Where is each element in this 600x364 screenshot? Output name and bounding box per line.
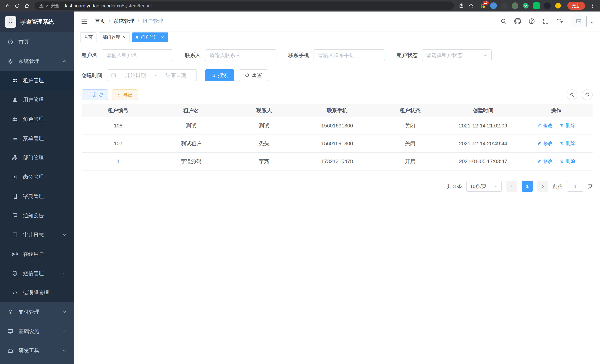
- refresh-table-button[interactable]: [582, 89, 593, 100]
- share-icon[interactable]: [457, 1, 466, 10]
- sidebar-item-notice[interactable]: 通知公告: [0, 206, 74, 225]
- contact-input[interactable]: [205, 52, 276, 58]
- monitor-icon: [7, 328, 13, 334]
- sidebar-item-dict[interactable]: 字典管理: [0, 187, 74, 206]
- contact-label: 联系人: [185, 52, 201, 59]
- search-button[interactable]: 搜索: [205, 69, 234, 81]
- github-icon[interactable]: [514, 18, 521, 25]
- cell-mobile: 17321315478: [300, 152, 374, 170]
- fullscreen-icon[interactable]: [543, 18, 549, 25]
- header-search-icon[interactable]: [500, 18, 507, 25]
- cell-contact: 测试: [228, 117, 300, 135]
- sidebar-item-user[interactable]: 用户管理: [0, 90, 74, 110]
- edit-link[interactable]: 修改: [537, 158, 553, 165]
- profile-avatar-icon[interactable]: [555, 2, 562, 9]
- status-select[interactable]: 请选择租户状态: [422, 49, 492, 61]
- sidebar-item-infra[interactable]: 基础设施: [0, 322, 74, 341]
- sidebar-item-tenant[interactable]: 租户管理: [0, 71, 74, 90]
- chevron-down-icon: [494, 184, 498, 188]
- page-size-select[interactable]: 10条/页: [466, 181, 502, 192]
- back-icon[interactable]: [3, 1, 12, 10]
- yen-icon: ¥: [7, 309, 13, 315]
- browser-home-icon[interactable]: [23, 1, 31, 10]
- tenant-icon: [12, 78, 18, 84]
- toggle-search-icon-button[interactable]: [567, 89, 577, 100]
- mobile-input[interactable]: [314, 52, 384, 58]
- cell-contact: 芋艿: [228, 152, 300, 170]
- tab-tenant[interactable]: 租户管理: [132, 32, 168, 42]
- page-unit-label: 页: [588, 183, 593, 190]
- help-icon[interactable]: [528, 18, 535, 25]
- export-button[interactable]: 导出: [112, 89, 138, 100]
- sidebar-item-sms[interactable]: 短信管理: [0, 264, 74, 283]
- goto-page-input[interactable]: [567, 181, 583, 192]
- dashboard-icon: [7, 39, 13, 45]
- log-form-icon: [12, 232, 18, 238]
- font-size-icon[interactable]: [557, 18, 563, 25]
- date-end-placeholder: 结束日期: [159, 72, 193, 79]
- user-icon: [12, 97, 18, 103]
- extension-icon-navy[interactable]: [544, 2, 551, 9]
- sidebar-item-audit-log[interactable]: 审计日志: [0, 225, 74, 244]
- close-icon[interactable]: [122, 36, 126, 39]
- add-button[interactable]: 新增: [82, 89, 108, 100]
- sidebar-item-dept[interactable]: 部门管理: [0, 148, 74, 167]
- address-bar[interactable]: 不安全 dashboard.yudao.iocoder.cn/system/te…: [35, 1, 454, 10]
- edit-link[interactable]: 修改: [537, 140, 553, 147]
- status-select-placeholder: 请选择租户状态: [426, 52, 462, 59]
- chevron-down-icon: [62, 271, 67, 276]
- pencil-icon: [537, 159, 541, 163]
- not-secure-label: 不安全: [46, 3, 59, 9]
- tab-dept[interactable]: 部门管理: [99, 32, 130, 42]
- page-number-button[interactable]: 1: [522, 181, 533, 192]
- sidebar-item-devtools[interactable]: 研发工具: [0, 341, 74, 360]
- sidebar-item-role[interactable]: 角色管理: [0, 110, 74, 129]
- cell-mobile: 15601691300: [300, 135, 374, 152]
- extension-icon-dark[interactable]: [501, 2, 508, 9]
- delete-link[interactable]: 删除: [560, 158, 575, 165]
- breadcrumb-system[interactable]: 系统管理: [113, 18, 134, 25]
- cell-tenant-id: 107: [82, 135, 155, 152]
- sidebar-item-system[interactable]: 系统管理: [0, 52, 74, 71]
- prev-page-button[interactable]: [506, 181, 517, 192]
- browser-menu-icon[interactable]: [588, 1, 597, 10]
- delete-link[interactable]: 删除: [560, 140, 575, 147]
- reset-button[interactable]: 重置: [239, 69, 268, 81]
- sidebar-toggle-icon[interactable]: [80, 17, 89, 25]
- tab-home[interactable]: 首页: [80, 32, 96, 42]
- sidebar-item-post[interactable]: 岗位管理: [0, 167, 74, 187]
- extension-icon-green-muted[interactable]: [512, 2, 518, 9]
- close-icon[interactable]: [161, 36, 164, 39]
- edit-link[interactable]: 修改: [537, 122, 553, 129]
- extension-icon-blue[interactable]: [490, 2, 497, 9]
- url-host: dashboard.yudao.iocoder.cn: [64, 3, 122, 8]
- cell-created: 2021-12-14 20:49:44: [447, 135, 519, 152]
- bookmark-star-icon[interactable]: [467, 1, 475, 10]
- date-range-picker[interactable]: 开始日期 - 结束日期: [107, 69, 197, 81]
- extension-icon-dots[interactable]: 10: [479, 2, 486, 9]
- reload-icon[interactable]: [13, 1, 21, 10]
- tenant-table: 租户编号 租户名 联系人 联系手机 租户状态 创建时间 操作 108 测试 测试: [82, 104, 593, 170]
- logo[interactable]: 芋道管理系统: [0, 11, 74, 32]
- column-header: 租户状态: [374, 104, 447, 117]
- tenant-name-input[interactable]: [102, 52, 173, 58]
- sidebar-item-error-code[interactable]: 错误码管理: [0, 283, 74, 302]
- breadcrumb-current: 租户管理: [142, 18, 163, 25]
- next-page-button[interactable]: [537, 181, 548, 192]
- extension-icon-green-square[interactable]: [533, 2, 540, 9]
- extension-icon-green-check[interactable]: [523, 2, 529, 9]
- avatar-caret-down-icon[interactable]: [590, 20, 594, 27]
- sidebar-item-payment[interactable]: ¥ 支付管理: [0, 302, 74, 322]
- sidebar-item-home[interactable]: 首页: [0, 32, 74, 52]
- user-avatar[interactable]: [571, 15, 587, 27]
- delete-link[interactable]: 删除: [560, 122, 575, 129]
- sidebar-item-menu[interactable]: 菜单管理: [0, 129, 74, 148]
- chevron-left-icon: [509, 184, 514, 188]
- breadcrumb-home[interactable]: 首页: [95, 18, 105, 25]
- update-button[interactable]: 更新: [567, 2, 585, 10]
- sidebar-item-online-users[interactable]: 在线用户: [0, 244, 74, 264]
- not-secure-warning-icon: [39, 3, 44, 8]
- refresh-icon: [245, 73, 250, 78]
- cell-actions: 修改 删除: [520, 117, 593, 135]
- table-toolbar: 新增 导出: [82, 89, 593, 100]
